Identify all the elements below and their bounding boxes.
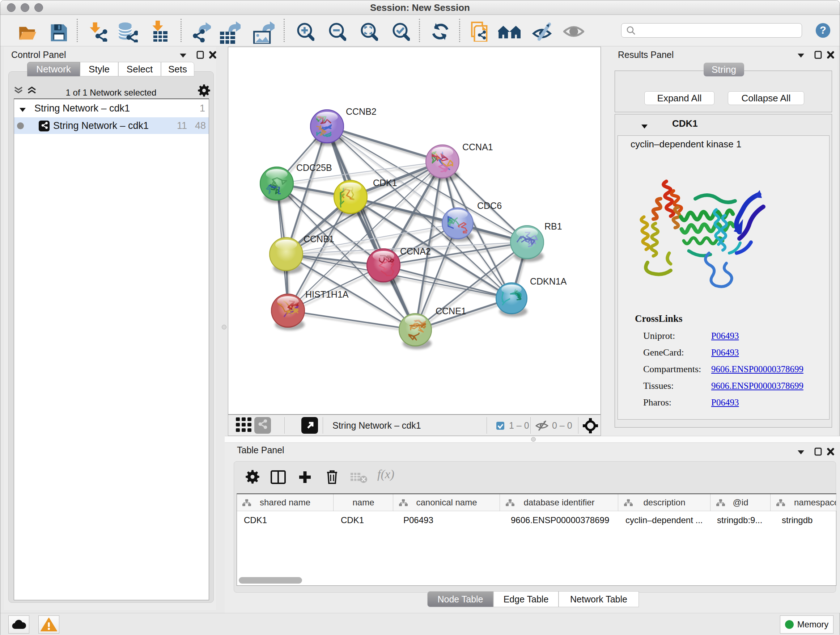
- svg-text:?: ?: [820, 24, 826, 36]
- svg-text:CDC25B: CDC25B: [296, 163, 332, 173]
- svg-text:RB1: RB1: [545, 221, 562, 231]
- svg-text:CCNB1: CCNB1: [303, 234, 334, 244]
- svg-text:CDKN1A: CDKN1A: [530, 276, 567, 287]
- svg-text:CDC6: CDC6: [477, 201, 502, 211]
- svg-text:CCNA2: CCNA2: [400, 246, 431, 256]
- svg-text:CCNA1: CCNA1: [462, 142, 493, 152]
- svg-text:CCNB2: CCNB2: [346, 106, 377, 117]
- svg-text:HIST1H1A: HIST1H1A: [305, 289, 349, 299]
- svg-text:CCNE1: CCNE1: [436, 306, 466, 316]
- svg-text:CDK1: CDK1: [373, 178, 397, 188]
